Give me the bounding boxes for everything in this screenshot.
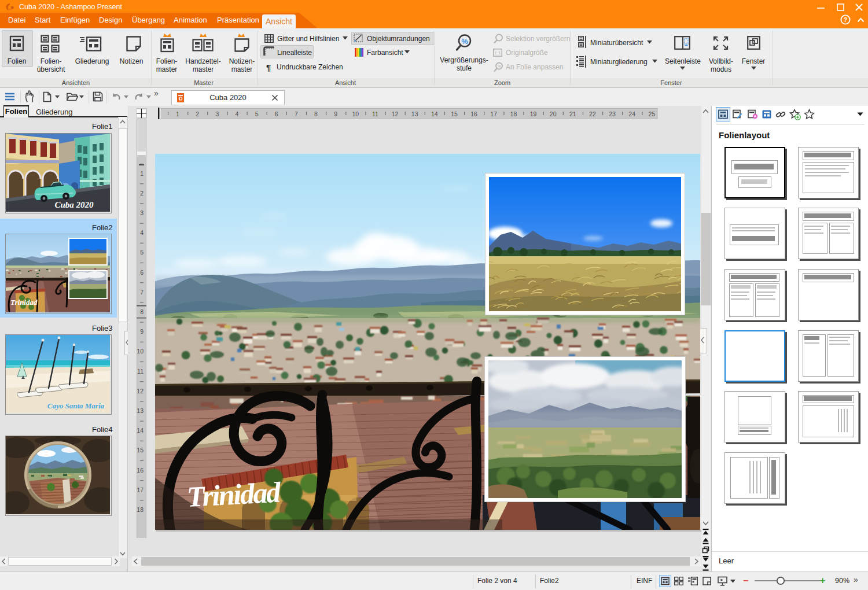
svg-text:8: 8 — [140, 308, 144, 315]
svg-text:18: 18 — [137, 506, 144, 513]
svg-text:Trinidad: Trinidad — [186, 476, 282, 513]
svg-text:11: 11 — [137, 368, 144, 375]
svg-text:%: % — [497, 64, 501, 68]
svg-text:16: 16 — [137, 467, 144, 474]
svg-text:11: 11 — [372, 110, 378, 117]
svg-text:23: 23 — [609, 110, 616, 117]
svg-text:1: 1 — [176, 110, 179, 117]
svg-text:18: 18 — [510, 110, 517, 117]
svg-text:15: 15 — [137, 447, 144, 453]
svg-text:24: 24 — [628, 110, 635, 117]
svg-text:4: 4 — [140, 229, 144, 236]
svg-text:13: 13 — [411, 110, 418, 117]
svg-text:9: 9 — [334, 110, 337, 117]
svg-text:25: 25 — [649, 110, 656, 117]
svg-text:Cuba 2020: Cuba 2020 — [54, 200, 94, 209]
svg-text:Trinidad: Trinidad — [10, 298, 38, 307]
svg-text:1: 1 — [140, 170, 144, 177]
svg-text:7: 7 — [140, 289, 144, 296]
svg-text:12: 12 — [137, 388, 144, 394]
svg-text:3: 3 — [140, 209, 144, 216]
svg-text:14: 14 — [137, 427, 144, 434]
svg-text:2: 2 — [196, 110, 199, 117]
svg-text:8: 8 — [314, 110, 318, 117]
svg-text:22: 22 — [589, 110, 596, 117]
svg-text:19: 19 — [530, 110, 537, 117]
svg-text:16: 16 — [470, 110, 477, 117]
svg-text:%: % — [461, 37, 468, 46]
svg-text:6: 6 — [140, 269, 144, 276]
svg-text:15: 15 — [451, 110, 458, 117]
svg-text:7: 7 — [295, 110, 298, 117]
svg-text:9: 9 — [140, 328, 144, 335]
svg-text:20: 20 — [550, 110, 557, 117]
svg-text:12: 12 — [392, 110, 399, 117]
svg-text:3: 3 — [215, 110, 219, 117]
svg-text:10: 10 — [137, 348, 144, 355]
svg-text:6: 6 — [275, 110, 278, 117]
svg-text:10: 10 — [352, 110, 359, 117]
svg-text:?: ? — [844, 16, 847, 23]
svg-text:5: 5 — [140, 249, 144, 256]
svg-text:21: 21 — [569, 110, 576, 117]
svg-text:14: 14 — [431, 110, 438, 117]
svg-text:Cayo Santa Maria: Cayo Santa Maria — [47, 401, 105, 410]
svg-text:13: 13 — [137, 407, 144, 414]
svg-text:5: 5 — [255, 110, 259, 117]
svg-text:17: 17 — [490, 110, 497, 117]
svg-text:2: 2 — [140, 190, 144, 197]
svg-text:4: 4 — [235, 110, 238, 117]
svg-text:1:1: 1:1 — [494, 50, 501, 56]
svg-text:17: 17 — [137, 486, 144, 493]
